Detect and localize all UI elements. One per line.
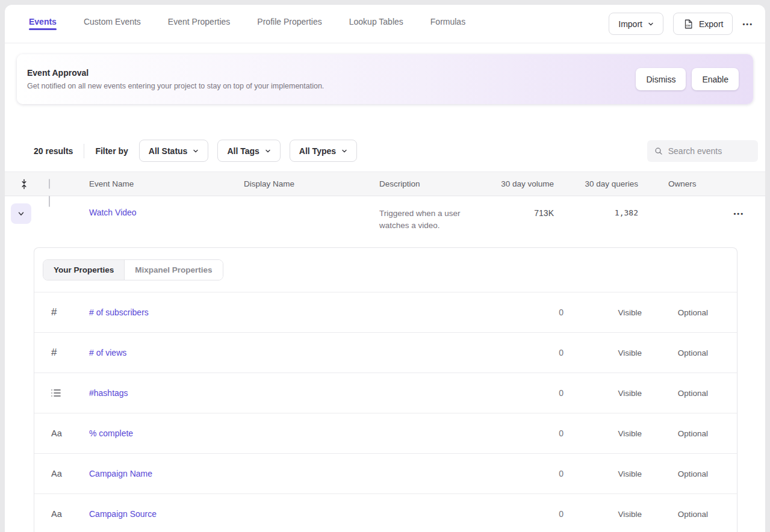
tab-profile-properties[interactable]: Profile Properties	[257, 5, 321, 43]
property-name-link[interactable]: # of subscribers	[89, 308, 503, 317]
property-name-link[interactable]: #hashtags	[89, 388, 503, 398]
property-query-count: 0	[503, 308, 564, 317]
property-visibility[interactable]: Visible	[564, 429, 642, 438]
property-visibility[interactable]: Visible	[564, 348, 642, 357]
property-type-icon	[51, 347, 89, 359]
divider	[84, 144, 84, 158]
properties-tab-bar: Your Properties Mixpanel Properties	[34, 248, 737, 292]
property-query-count: 0	[503, 348, 564, 357]
property-type-icon	[51, 469, 89, 478]
property-name-link[interactable]: % complete	[89, 428, 503, 438]
event-row-watch-video: Watch Video Triggered when a user watche…	[5, 196, 765, 247]
csv-file-icon: csv	[683, 19, 694, 29]
tags-filter-dropdown[interactable]: All Tags	[217, 140, 280, 162]
import-button-label: Import	[618, 19, 642, 29]
tab-custom-events[interactable]: Custom Events	[84, 5, 141, 43]
dismiss-button[interactable]: Dismiss	[636, 68, 686, 90]
row-checkbox[interactable]	[49, 196, 50, 207]
chevron-down-icon	[265, 148, 271, 154]
select-all-checkbox[interactable]	[49, 179, 50, 189]
event-description: Triggered when a user watches a video.	[379, 196, 488, 232]
property-requirement[interactable]: Optional	[642, 308, 708, 317]
property-requirement[interactable]: Optional	[642, 429, 708, 438]
tab-events[interactable]: Events	[29, 5, 57, 43]
column-queries[interactable]: 30 day queries	[554, 179, 638, 188]
export-button-label: Export	[699, 19, 723, 29]
property-visibility[interactable]: Visible	[564, 510, 642, 519]
banner-text: Event Approval Get notified on all new e…	[27, 68, 636, 90]
property-row: #hashtags 0 Visible Optional	[34, 373, 737, 413]
property-row: Campaign Name 0 Visible Optional	[34, 454, 737, 494]
chevron-down-icon	[341, 148, 347, 154]
property-requirement[interactable]: Optional	[642, 469, 708, 478]
chevron-down-icon	[648, 21, 654, 27]
property-type-icon	[51, 428, 89, 438]
chevron-down-icon	[17, 209, 25, 218]
event-volume: 713K	[494, 196, 554, 218]
property-type-icon	[51, 509, 89, 519]
tab-lookup-tables[interactable]: Lookup Tables	[349, 5, 403, 43]
banner-subtitle: Get notified on all new events entering …	[27, 82, 636, 90]
property-rows: # of subscribers 0 Visible Optional # of…	[34, 292, 737, 532]
column-display-name[interactable]: Display Name	[244, 179, 379, 188]
collapse-all-icon[interactable]	[20, 179, 28, 190]
nav-tabs: Events Custom Events Event Properties Pr…	[29, 5, 609, 43]
property-query-count: 0	[503, 509, 564, 519]
import-button[interactable]: Import	[609, 13, 663, 35]
list-icon	[51, 389, 61, 397]
banner-title: Event Approval	[27, 68, 636, 78]
event-name-link[interactable]: Watch Video	[89, 196, 244, 217]
tab-your-properties[interactable]: Your Properties	[43, 260, 124, 280]
property-requirement[interactable]: Optional	[642, 348, 708, 357]
enable-button[interactable]: Enable	[692, 68, 739, 90]
types-filter-dropdown[interactable]: All Types	[290, 140, 357, 162]
banner-actions: Dismiss Enable	[636, 68, 739, 90]
property-row: # of subscribers 0 Visible Optional	[34, 292, 737, 333]
search-icon	[654, 146, 663, 156]
property-visibility[interactable]: Visible	[564, 389, 642, 398]
row-more-options-icon[interactable]: •••	[733, 210, 744, 217]
property-query-count: 0	[503, 388, 564, 398]
property-requirement[interactable]: Optional	[642, 510, 708, 519]
column-description[interactable]: Description	[379, 179, 494, 188]
export-button[interactable]: csv Export	[673, 13, 733, 35]
types-filter-label: All Types	[299, 146, 336, 156]
column-event-name[interactable]: Event Name	[89, 179, 244, 188]
filter-bar: 20 results Filter by All Status All Tags…	[34, 140, 758, 162]
more-options-icon[interactable]: •••	[742, 20, 753, 28]
column-owners[interactable]: Owners	[638, 179, 765, 188]
status-filter-dropdown[interactable]: All Status	[139, 140, 209, 162]
property-name-link[interactable]: Campaign Source	[89, 509, 503, 519]
property-type-icon	[51, 389, 89, 397]
tab-event-properties[interactable]: Event Properties	[168, 5, 231, 43]
property-query-count: 0	[503, 428, 564, 438]
nav-actions: Import csv Export •••	[609, 5, 753, 43]
collapse-row-button[interactable]	[11, 203, 31, 224]
column-volume[interactable]: 30 day volume	[494, 179, 554, 188]
property-row: % complete 0 Visible Optional	[34, 413, 737, 454]
tab-formulas[interactable]: Formulas	[430, 5, 465, 43]
main-content-card: Events Custom Events Event Properties Pr…	[5, 5, 765, 532]
property-requirement[interactable]: Optional	[642, 389, 708, 398]
property-query-count: 0	[503, 469, 564, 478]
property-row: Campaign Source 0 Visible Optional	[34, 494, 737, 532]
property-row: # of views 0 Visible Optional	[34, 333, 737, 373]
search-input[interactable]	[668, 146, 751, 156]
search-box	[647, 140, 758, 162]
property-visibility[interactable]: Visible	[564, 469, 642, 478]
property-name-link[interactable]: Campaign Name	[89, 469, 503, 478]
event-approval-banner: Event Approval Get notified on all new e…	[17, 54, 753, 104]
filter-by-label: Filter by	[95, 146, 128, 156]
status-filter-label: All Status	[149, 146, 188, 156]
event-queries: 1,382	[554, 196, 638, 217]
property-type-icon	[51, 306, 89, 318]
chevron-down-icon	[193, 148, 199, 154]
results-count: 20 results	[34, 146, 73, 156]
svg-text:csv: csv	[686, 24, 691, 27]
tab-mixpanel-properties[interactable]: Mixpanel Properties	[124, 260, 222, 280]
property-visibility[interactable]: Visible	[564, 308, 642, 317]
properties-panel: Your Properties Mixpanel Properties # of…	[34, 247, 737, 532]
tags-filter-label: All Tags	[227, 146, 259, 156]
property-name-link[interactable]: # of views	[89, 348, 503, 357]
events-table-header: Event Name Display Name Description 30 d…	[5, 172, 765, 196]
